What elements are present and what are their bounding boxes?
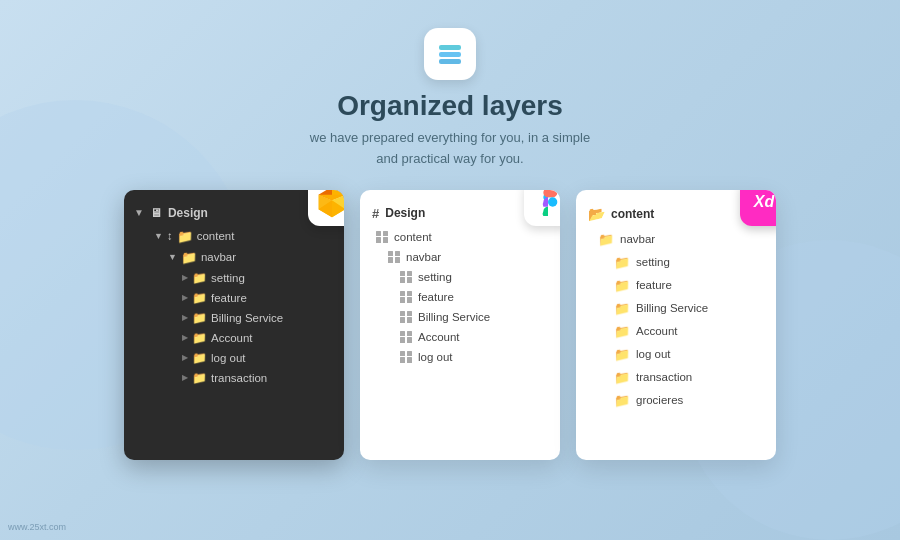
sketch-item-account: ▶ 📁 Account <box>124 328 344 348</box>
figma-item-feature: feature <box>360 287 560 307</box>
sketch-panel-title: Design <box>168 206 208 220</box>
xd-panel-title: content <box>611 207 654 221</box>
svg-rect-1 <box>439 52 461 57</box>
svg-rect-0 <box>439 45 461 50</box>
sketch-item-transaction: ▶ 📁 transaction <box>124 368 344 388</box>
xd-panel: Xd 📂 content 📁 navbar 📁 setting 📁 featur… <box>576 190 776 460</box>
figma-item-navbar: navbar <box>360 247 560 267</box>
subtitle: we have prepared everything for you, in … <box>0 128 900 170</box>
xd-item-navbar: 📁 navbar <box>576 228 776 251</box>
app-icon <box>424 28 476 80</box>
page-title: Organized layers <box>0 90 900 122</box>
figma-badge <box>524 190 560 226</box>
figma-panel-title: Design <box>385 206 425 220</box>
svg-point-11 <box>548 197 557 206</box>
xd-item-transaction: 📁 transaction <box>576 366 776 389</box>
sketch-item-billing: ▶ 📁 Billing Service <box>124 308 344 328</box>
xd-badge: Xd <box>740 190 776 226</box>
xd-item-setting: 📁 setting <box>576 251 776 274</box>
figma-item-logout: log out <box>360 347 560 367</box>
figma-item-setting: setting <box>360 267 560 287</box>
sketch-item-navbar: ▼ 📁 navbar <box>124 247 344 268</box>
figma-panel: # Design content navbar setting feature … <box>360 190 560 460</box>
sketch-panel: ▼ 🖥 Design ▼ ↕ 📁 content ▼ 📁 navbar ▶ 📁 … <box>124 190 344 460</box>
panels-container: ▼ 🖥 Design ▼ ↕ 📁 content ▼ 📁 navbar ▶ 📁 … <box>0 170 900 460</box>
xd-item-account: 📁 Account <box>576 320 776 343</box>
xd-item-billing: 📁 Billing Service <box>576 297 776 320</box>
sketch-item-logout: ▶ 📁 log out <box>124 348 344 368</box>
xd-item-logout: 📁 log out <box>576 343 776 366</box>
figma-item-account: Account <box>360 327 560 347</box>
header: Organized layers we have prepared everyt… <box>0 0 900 170</box>
sketch-item-feature: ▶ 📁 feature <box>124 288 344 308</box>
xd-item-feature: 📁 feature <box>576 274 776 297</box>
sketch-item-setting: ▶ 📁 setting <box>124 268 344 288</box>
sketch-badge <box>308 190 344 226</box>
watermark: www.25xt.com <box>8 522 66 532</box>
figma-item-content: content <box>360 227 560 247</box>
xd-item-grocieres: 📁 grocieres <box>576 389 776 412</box>
figma-item-billing: Billing Service <box>360 307 560 327</box>
sketch-item-content: ▼ ↕ 📁 content <box>124 226 344 247</box>
svg-rect-2 <box>439 59 461 64</box>
